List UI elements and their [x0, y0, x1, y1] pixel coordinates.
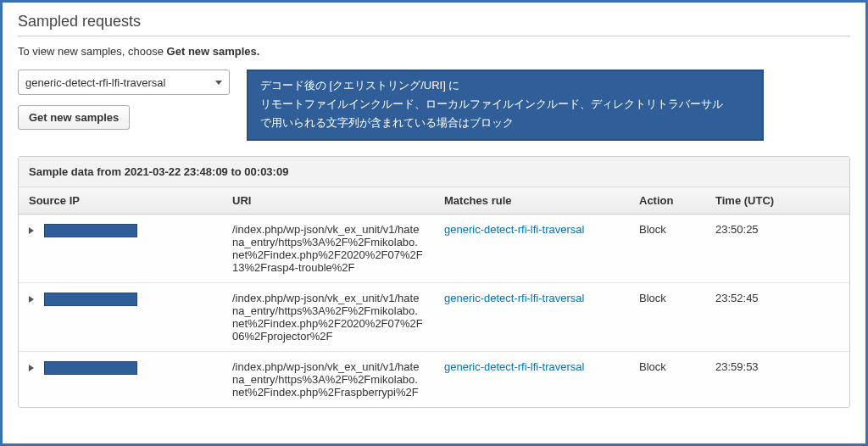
cell-time: 23:59:53	[705, 352, 849, 408]
cell-uri: /index.php/wp-json/vk_ex_unit/v1/hatena_…	[222, 215, 434, 283]
cell-action: Block	[629, 215, 705, 283]
col-header-uri[interactable]: URI	[222, 187, 434, 215]
col-header-time[interactable]: Time (UTC)	[705, 187, 849, 215]
hint-prefix: To view new samples, choose	[18, 45, 167, 58]
panel-header: Sample data from 2021-03-22 23:48:09 to …	[19, 157, 849, 187]
controls-row: generic-detect-rfi-lfi-traversal Get new…	[18, 70, 850, 141]
rule-link[interactable]: generic-detect-rfi-lfi-traversal	[444, 360, 584, 373]
callout-line-1-post: ] に	[442, 79, 459, 92]
table-row: /index.php/wp-json/vk_ex_unit/v1/hatena_…	[19, 352, 849, 408]
rule-link[interactable]: generic-detect-rfi-lfi-traversal	[444, 223, 584, 236]
col-header-matches-rule[interactable]: Matches rule	[434, 187, 629, 215]
explanation-callout: デコード後の [クエリストリング/URI] に リモートファイルインクルード、ロ…	[247, 70, 764, 141]
callout-line-3: で用いられる文字列が含まれている場合はブロック	[260, 114, 750, 132]
hint-bold: Get new samples.	[167, 45, 260, 58]
samples-table: Source IP URI Matches rule Action Time (…	[19, 187, 849, 407]
callout-uri-tag: /URI	[420, 79, 442, 92]
cell-action: Block	[629, 283, 705, 352]
expand-row-icon[interactable]	[29, 365, 34, 371]
controls-left: generic-detect-rfi-lfi-traversal Get new…	[18, 70, 230, 130]
callout-line-1: デコード後の [クエリストリング/URI] に	[260, 76, 750, 95]
table-row: /index.php/wp-json/vk_ex_unit/v1/hatena_…	[19, 283, 849, 352]
get-new-samples-button[interactable]: Get new samples	[18, 105, 130, 130]
expand-row-icon[interactable]	[29, 296, 34, 303]
cell-action: Block	[629, 352, 705, 408]
source-ip-redacted	[44, 293, 137, 306]
table-row: /index.php/wp-json/vk_ex_unit/v1/hatena_…	[19, 215, 849, 283]
col-header-action[interactable]: Action	[629, 187, 705, 215]
rule-filter-value: generic-detect-rfi-lfi-traversal	[25, 76, 165, 89]
expand-row-icon[interactable]	[29, 227, 34, 234]
section-title: Sampled requests	[18, 11, 850, 36]
caret-down-icon	[215, 81, 222, 85]
sample-data-panel: Sample data from 2021-03-22 23:48:09 to …	[18, 156, 850, 408]
rule-link[interactable]: generic-detect-rfi-lfi-traversal	[444, 292, 584, 304]
hint-text: To view new samples, choose Get new samp…	[18, 45, 850, 58]
cell-uri: /index.php/wp-json/vk_ex_unit/v1/hatena_…	[222, 283, 434, 352]
cell-uri: /index.php/wp-json/vk_ex_unit/v1/hatena_…	[222, 352, 434, 408]
rule-filter-select[interactable]: generic-detect-rfi-lfi-traversal	[18, 70, 230, 95]
cell-time: 23:52:45	[705, 283, 849, 352]
divider	[18, 36, 850, 36]
callout-line-2: リモートファイルインクルード、ローカルファイルインクルード、ディレクトリトラバー…	[260, 95, 750, 114]
col-header-source-ip[interactable]: Source IP	[19, 187, 222, 215]
callout-line-1-pre: デコード後の [クエリストリング	[260, 79, 420, 92]
table-header-row: Source IP URI Matches rule Action Time (…	[19, 187, 849, 215]
source-ip-redacted	[44, 361, 137, 375]
cell-time: 23:50:25	[705, 215, 849, 283]
page-container: Sampled requests To view new samples, ch…	[0, 0, 868, 446]
source-ip-redacted	[44, 224, 137, 237]
